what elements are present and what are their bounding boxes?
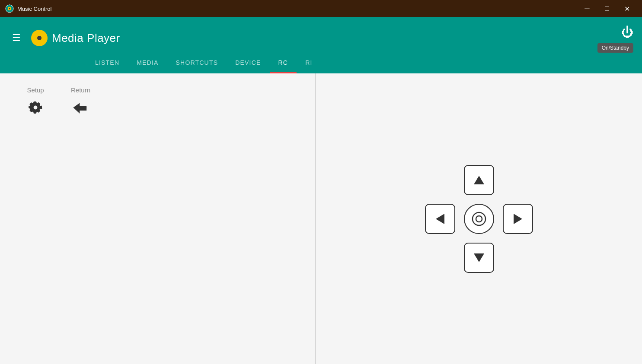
return-label: Return <box>71 86 90 94</box>
logo-disc <box>31 30 48 46</box>
tab-media[interactable]: MEDIA <box>128 53 167 73</box>
title-bar: Music Control ─ □ ✕ <box>0 0 642 17</box>
setup-button[interactable] <box>26 98 45 121</box>
arrow-down-icon <box>473 251 485 264</box>
dpad-up-button[interactable] <box>464 165 494 195</box>
gear-icon <box>26 98 45 117</box>
svg-marker-4 <box>474 176 484 184</box>
dpad-down-button[interactable] <box>464 243 494 273</box>
app-icon <box>5 4 14 13</box>
setup-control: Setup <box>26 86 45 351</box>
tab-shortcuts[interactable]: SHORTCUTS <box>167 53 227 73</box>
app-title: Media Player <box>52 32 120 45</box>
hamburger-button[interactable]: ☰ <box>9 31 24 45</box>
minimize-button[interactable]: ─ <box>577 0 597 17</box>
header: ☰ Media Player ⏻ On/Standby LISTEN MEDIA… <box>0 17 642 73</box>
dpad-left-button[interactable] <box>425 204 455 234</box>
left-panel: Setup Return <box>0 73 316 364</box>
svg-point-6 <box>473 212 485 225</box>
tab-rc[interactable]: RC <box>270 53 297 73</box>
dpad-right-button[interactable] <box>503 204 533 234</box>
svg-marker-9 <box>474 253 484 262</box>
return-icon <box>71 98 90 117</box>
app-logo: Media Player <box>31 30 120 46</box>
svg-point-7 <box>476 216 482 222</box>
svg-marker-8 <box>514 214 522 224</box>
right-panel <box>316 73 642 364</box>
on-standby-badge: On/Standby <box>597 43 633 53</box>
arrow-left-icon <box>434 212 447 225</box>
tab-listen[interactable]: LISTEN <box>86 53 128 73</box>
header-top: ☰ Media Player ⏻ On/Standby <box>0 17 642 51</box>
setup-label: Setup <box>27 86 44 94</box>
svg-rect-3 <box>80 108 86 108</box>
title-bar-text: Music Control <box>17 6 577 12</box>
tab-ri[interactable]: RI <box>297 53 321 73</box>
svg-point-2 <box>9 8 10 9</box>
arrow-right-icon <box>511 212 524 225</box>
maximize-button[interactable]: □ <box>597 0 617 17</box>
dpad-container <box>423 163 535 275</box>
dpad-center-button[interactable] <box>464 204 494 234</box>
svg-marker-5 <box>436 214 444 224</box>
center-icon <box>472 212 486 226</box>
arrow-up-icon <box>473 174 485 187</box>
close-button[interactable]: ✕ <box>617 0 637 17</box>
power-button[interactable]: ⏻ <box>621 25 633 39</box>
title-bar-controls: ─ □ ✕ <box>577 0 637 17</box>
tab-device[interactable]: DEVICE <box>227 53 269 73</box>
main-content: Setup Return <box>0 73 642 364</box>
nav-tabs: LISTEN MEDIA SHORTCUTS DEVICE RC RI <box>0 51 642 73</box>
return-control: Return <box>71 86 90 351</box>
return-button[interactable] <box>71 98 90 121</box>
